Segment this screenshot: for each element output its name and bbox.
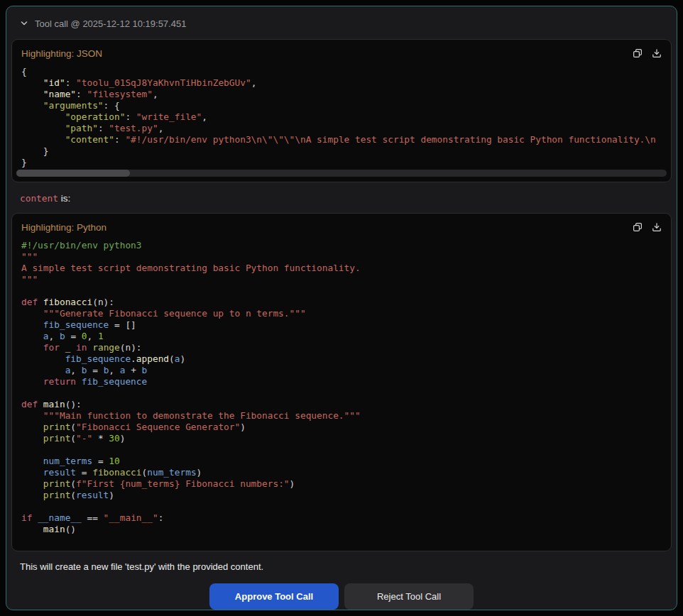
- content-key-code: content: [20, 193, 58, 204]
- code-line: "path": "test.py",: [21, 123, 662, 134]
- code-line: "arguments": {: [21, 100, 662, 111]
- code-line: a, b = 0, 1: [21, 331, 662, 342]
- content-note: content is:: [20, 193, 672, 206]
- chevron-down-icon[interactable]: [20, 19, 28, 28]
- code-line: }: [21, 145, 662, 157]
- tool-call-panel: Tool call @ 2025-12-12 10:19:57.451 High…: [6, 6, 677, 610]
- code-line: a, b = b, a + b: [21, 365, 662, 376]
- code-actions: [633, 222, 662, 232]
- tool-call-title: Tool call @ 2025-12-12 10:19:57.451: [35, 18, 186, 29]
- json-code-block-header: Highlighting: JSON: [21, 48, 662, 59]
- code-line: {: [21, 66, 662, 77]
- code-line: "content": "#!/usr/bin/env python3\n\"\"…: [21, 134, 662, 145]
- code-line: [21, 285, 662, 297]
- approve-tool-call-button[interactable]: Approve Tool Call: [209, 583, 339, 610]
- code-line: A simple test script demonstrating basic…: [21, 263, 662, 274]
- code-line: def main():: [21, 399, 662, 410]
- code-line: [21, 387, 662, 399]
- code-line: def fibonacci(n):: [21, 297, 662, 308]
- code-line: print(result): [21, 490, 662, 501]
- code-line: """Generate Fibonacci sequence up to n t…: [21, 308, 662, 319]
- copy-code-icon[interactable]: [633, 222, 643, 232]
- code-line: }: [21, 157, 662, 168]
- horizontal-scrollbar[interactable]: [16, 170, 667, 177]
- code-line: if __name__ == "__main__":: [21, 512, 662, 524]
- json-code-content: { "id": "toolu_01SqJ8YaKhvnTiHbinZebGUv"…: [21, 66, 662, 168]
- code-line: "name": "filesystem",: [21, 89, 662, 100]
- code-line: print("-" * 30): [21, 433, 662, 444]
- code-actions: [633, 48, 662, 58]
- code-line: print(f"First {num_terms} Fibonacci numb…: [21, 478, 662, 490]
- code-line: "operation": "write_file",: [21, 111, 662, 123]
- scrollbar-thumb[interactable]: [16, 170, 130, 177]
- tool-call-actions: Approve Tool Call Reject Tool Call: [11, 583, 672, 610]
- code-line: result = fibonacci(num_terms): [21, 467, 662, 478]
- code-line: return fib_sequence: [21, 376, 662, 387]
- highlight-language-label: Highlighting: JSON: [21, 48, 102, 59]
- code-line: main(): [21, 524, 662, 535]
- code-line: for _ in range(n):: [21, 342, 662, 353]
- tool-call-header: Tool call @ 2025-12-12 10:19:57.451: [11, 13, 672, 32]
- python-code-block-header: Highlighting: Python: [21, 221, 662, 233]
- code-line: """: [21, 274, 662, 285]
- code-line: fib_sequence.append(a): [21, 353, 662, 365]
- code-line: """: [21, 251, 662, 263]
- code-line: [21, 444, 662, 456]
- code-line: num_terms = 10: [21, 456, 662, 467]
- download-code-icon[interactable]: [652, 222, 662, 232]
- code-line: print("Fibonacci Sequence Generator"): [21, 422, 662, 433]
- code-line: #!/usr/bin/env python3: [21, 240, 662, 251]
- highlight-language-label: Highlighting: Python: [21, 222, 106, 233]
- json-code-block: Highlighting: JSON { "id": "t: [11, 39, 672, 182]
- code-line: [21, 501, 662, 512]
- code-line: """Main function to demonstrate the Fibo…: [21, 410, 662, 422]
- code-line: "id": "toolu_01SqJ8YaKhvnTiHbinZebGUv",: [21, 77, 662, 89]
- python-code-content: #!/usr/bin/env python3"""A simple test s…: [21, 240, 662, 535]
- code-line: fib_sequence = []: [21, 319, 662, 331]
- content-note-suffix: is:: [58, 193, 70, 204]
- download-code-icon[interactable]: [652, 48, 662, 58]
- copy-code-icon[interactable]: [633, 48, 643, 58]
- confirmation-message: This will create a new file 'test.py' wi…: [20, 561, 672, 574]
- reject-tool-call-button[interactable]: Reject Tool Call: [344, 583, 474, 610]
- python-code-block: Highlighting: Python #!/usr/bin/: [11, 213, 672, 551]
